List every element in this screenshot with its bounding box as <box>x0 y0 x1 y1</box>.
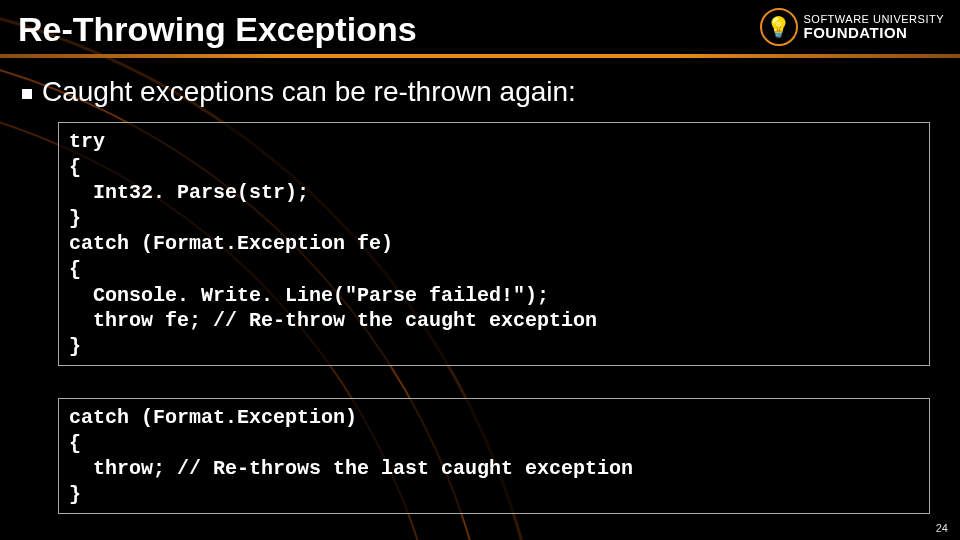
slide-title: Re-Throwing Exceptions <box>18 10 417 49</box>
title-underline <box>0 54 960 58</box>
code-block-1: try { Int32. Parse(str); } catch (Format… <box>58 122 930 366</box>
bullet-item: Caught exceptions can be re-thrown again… <box>22 76 576 108</box>
page-number: 24 <box>936 522 948 534</box>
logo-line-2: FOUNDATION <box>804 25 945 40</box>
lightbulb-icon: 💡 <box>760 8 798 46</box>
bullet-text: Caught exceptions can be re-thrown again… <box>42 76 576 108</box>
code-block-2: catch (Format.Exception) { throw; // Re-… <box>58 398 930 514</box>
square-bullet-icon <box>22 89 32 99</box>
brand-logo: 💡 SOFTWARE UNIVERSITY FOUNDATION <box>760 8 945 46</box>
